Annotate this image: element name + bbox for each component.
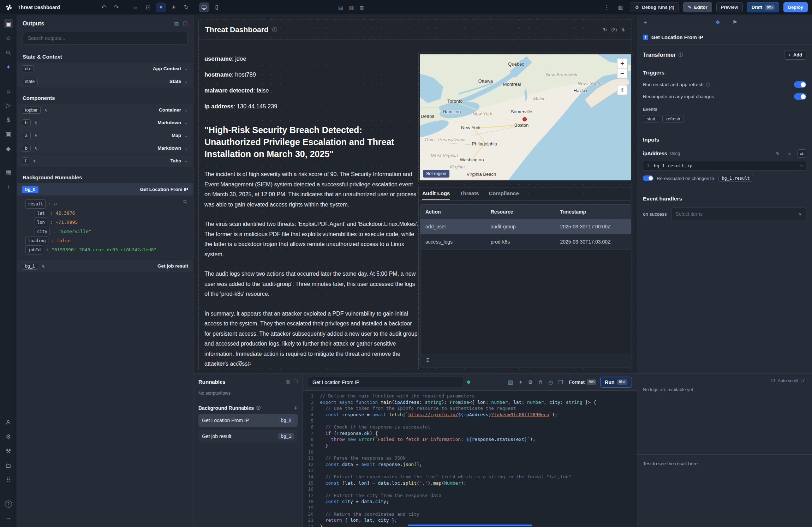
run-on-start-toggle[interactable] [794, 81, 806, 88]
recompute-icon[interactable]: ↯ [621, 27, 625, 32]
toggle-panels-button[interactable]: ▥ [616, 2, 626, 12]
download-icon[interactable]: ↧ [425, 358, 430, 364]
home-rail-icon[interactable]: ⌂ [4, 86, 13, 95]
app-refresh-icon[interactable]: ↻ [603, 27, 607, 32]
runnables-expand-icon[interactable]: ❐ [293, 379, 298, 384]
settings-rail-icon[interactable]: ⚙ [4, 432, 13, 441]
redo-button[interactable]: ↷ [112, 2, 121, 12]
editor-button[interactable]: ✎ Editor [683, 2, 712, 12]
assets-rail-icon[interactable]: ◆ [4, 144, 13, 153]
table-row[interactable]: add_user audit-group 2025-03-30T17:00:00… [420, 219, 631, 234]
column-header[interactable]: Action [420, 209, 486, 215]
outputs-expand-icon[interactable]: ❐ [183, 21, 187, 26]
outputs-dock-icon[interactable]: ▥ [174, 21, 179, 26]
bg0-output-row[interactable]: bg_0 Get Location From IP [17, 183, 193, 196]
zoom-fit-button[interactable]: ❐ [238, 361, 242, 366]
set-region-button[interactable]: Set region [423, 170, 449, 178]
refresh-app-button[interactable]: ↻ [181, 2, 191, 12]
zoom-out-button[interactable]: − [204, 361, 208, 366]
table-row[interactable]: access_logs prod-k8s 2025-03-30T17:03:00… [420, 234, 631, 249]
auto-scroll-checkbox[interactable]: ✓ [801, 378, 806, 383]
pointer-icon[interactable] [34, 121, 38, 125]
tree-key[interactable]: result [25, 199, 46, 209]
component-id-chip[interactable]: h [22, 119, 31, 126]
add-transformer-button[interactable]: + Add [784, 50, 806, 60]
chevron-down-icon[interactable]: ⌄ [184, 133, 188, 138]
output-id-chip[interactable]: state [22, 78, 38, 85]
reeval-toggle[interactable] [643, 175, 653, 181]
workspace-grid-rail-icon[interactable]: ⠿ [4, 475, 13, 485]
folders-rail-icon[interactable] [4, 461, 13, 470]
component-id-chip[interactable]: a [22, 132, 31, 139]
chevron-down-icon[interactable]: ⌄ [184, 120, 188, 125]
code-editor[interactable]: 1 // Define the main function with the r… [303, 391, 637, 527]
mobile-view-button[interactable] [212, 2, 222, 12]
connect-mode-button[interactable]: ✦ [156, 2, 166, 12]
output-row[interactable]: ctx App Context ⌄ [17, 62, 193, 75]
collapse-rail-icon[interactable]: → [4, 513, 13, 522]
format-button[interactable]: Format ⌘S [569, 379, 597, 385]
deploy-button[interactable]: Deploy [783, 2, 808, 12]
edit-input-button[interactable]: ✎ [773, 149, 782, 158]
run-button[interactable]: Run ⌘↵ [600, 377, 632, 388]
desktop-view-button[interactable] [199, 2, 209, 12]
input-expression-editor[interactable]: 1 bg_1.result.ip ❐ [643, 161, 806, 170]
user-rail-icon[interactable] [4, 418, 13, 427]
insert-component-button[interactable]: + [644, 20, 647, 25]
runnable-item[interactable]: Get Location From IP bg_0 [198, 414, 298, 427]
tab[interactable]: Compliance [489, 190, 519, 197]
map[interactable]: Québec Montréal Ottawa Toronto Hamilton … [420, 54, 631, 180]
component-id-chip[interactable]: b [22, 145, 31, 152]
panel-resize-handle[interactable] [408, 525, 532, 526]
undo-button[interactable]: ↶ [99, 2, 109, 12]
resources-rail-icon[interactable]: ▣ [4, 130, 13, 139]
output-id-chip[interactable]: ctx [22, 65, 34, 72]
event-chip[interactable]: refresh [662, 115, 684, 123]
editor-diff-icon[interactable]: ▥ [508, 379, 513, 385]
zoom-in-button[interactable]: + [229, 361, 233, 366]
editor-settings-icon[interactable]: ⚙ [528, 379, 533, 385]
component-output-row[interactable]: f Tabs ⌄ [17, 155, 193, 167]
recompute-toggle[interactable] [794, 93, 806, 100]
tree-key[interactable]: lon [35, 218, 47, 227]
expand-expr-icon[interactable]: ❐ [800, 164, 802, 168]
zoom-reset-button[interactable]: ↻ [247, 361, 252, 366]
tab[interactable]: Threats [460, 190, 479, 197]
draft-button[interactable]: Draft ⌘S [747, 2, 779, 12]
components-tab-icon[interactable]: ❖ [715, 20, 720, 25]
output-row[interactable]: state State ⌄ [17, 75, 193, 88]
map-zoom-in-button[interactable]: + [617, 59, 627, 68]
create-rail-icon[interactable]: + [4, 182, 13, 191]
schedules-rail-icon[interactable]: ▦ [4, 168, 13, 177]
component-output-row[interactable]: h Markdown ⌄ [17, 116, 193, 129]
pointer-icon[interactable] [44, 108, 48, 112]
canvas-width-button[interactable]: ⇔ [131, 2, 141, 12]
script-name-input[interactable]: Get Location From IP [308, 377, 463, 388]
runnable-item[interactable]: Get job result bg_1 [198, 430, 298, 443]
logs-expand-icon[interactable]: ❐ [771, 379, 775, 383]
editor-ai-icon[interactable]: ✦ [518, 379, 523, 385]
column-header[interactable]: Timestamp [555, 209, 631, 215]
layout-top-icon[interactable]: ▤ [338, 5, 343, 10]
admin-tools-rail-icon[interactable]: ⚒ [4, 447, 13, 456]
bg1-output-row[interactable]: bg_1 Get job result [17, 260, 193, 273]
more-menu-button[interactable]: ⋮ [602, 2, 611, 12]
chevron-down-icon[interactable]: ⌄ [184, 66, 188, 71]
styling-tab-icon[interactable]: ⚑ [732, 20, 737, 25]
apps-rail-icon[interactable]: ▣ [4, 19, 13, 28]
runnables-dock-icon[interactable]: ▥ [286, 379, 290, 384]
editor-expand-icon[interactable]: ❐ [558, 379, 563, 385]
layout-rows-icon[interactable]: ≣ [359, 5, 364, 10]
map-zoom-out-button[interactable]: − [617, 68, 627, 78]
fit-view-button[interactable]: ⊡ [143, 2, 153, 12]
event-chip[interactable]: start [643, 115, 659, 123]
map-locate-button[interactable]: ↥ [617, 85, 628, 95]
search-outputs-input[interactable] [23, 32, 188, 44]
ai-wand-icon[interactable]: ✦ [4, 62, 13, 72]
component-id-chip[interactable]: f [22, 157, 29, 164]
tree-search-icon[interactable] [183, 199, 187, 204]
column-header[interactable]: Resource [486, 209, 555, 215]
layout-side-icon[interactable]: ▥ [349, 5, 354, 10]
pointer-icon[interactable] [34, 146, 38, 150]
component-output-row[interactable]: b Markdown ⌄ [17, 142, 193, 155]
